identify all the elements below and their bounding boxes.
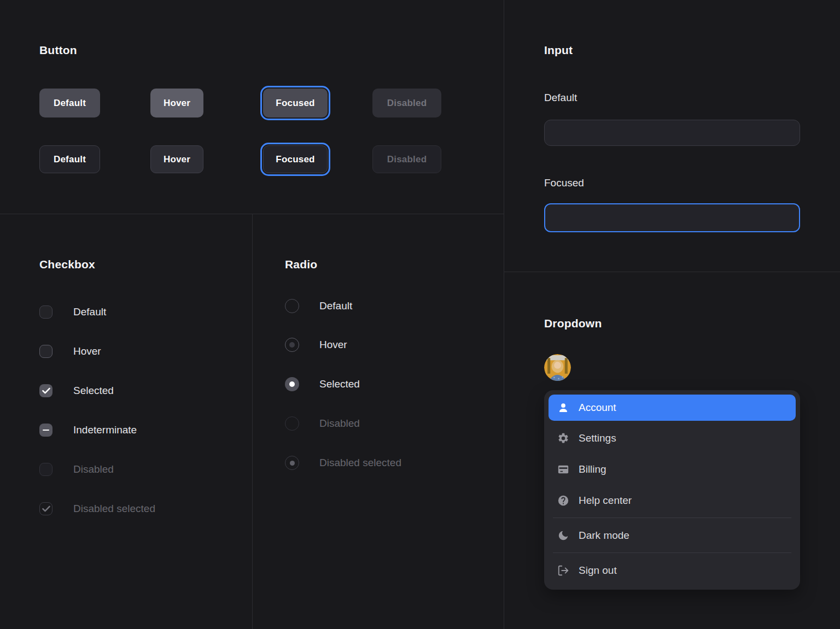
checkbox-disabled-selected (39, 502, 52, 515)
credit-card-icon (557, 463, 569, 475)
button-filled-hover[interactable]: Hover (150, 89, 203, 117)
menu-item-sign-out[interactable]: Sign out (549, 555, 796, 586)
input-section-title: Input (544, 44, 573, 57)
menu-item-help-center[interactable]: Help center (549, 485, 796, 516)
dropdown-menu: Account Settings Billing Help center (544, 390, 800, 590)
sign-out-icon (557, 565, 569, 577)
checkbox-label: Selected (73, 385, 114, 397)
button-subtle-disabled: Disabled (372, 145, 441, 173)
user-icon (557, 402, 569, 414)
menu-item-label: Settings (579, 432, 616, 444)
checkbox-label: Indeterminate (73, 424, 137, 436)
radio-disabled-selected (285, 456, 299, 470)
button-filled-disabled: Disabled (372, 89, 441, 117)
user-avatar[interactable] (544, 354, 571, 381)
checkbox-row-hover[interactable]: Hover (39, 345, 101, 358)
radio-dot (290, 461, 295, 466)
menu-item-dark-mode[interactable]: Dark mode (549, 520, 796, 551)
input-default-field[interactable] (544, 120, 800, 146)
checkbox-row-indeterminate[interactable]: Indeterminate (39, 424, 137, 437)
button-filled-focused[interactable]: Focused (263, 89, 328, 117)
checkbox-selected[interactable] (39, 384, 52, 397)
checkbox-row-default[interactable]: Default (39, 305, 106, 319)
divider-vertical-main (504, 0, 504, 629)
checkbox-label: Disabled selected (73, 503, 155, 515)
radio-selected[interactable] (285, 377, 299, 391)
component-showcase: Button Default Hover Focused Disabled De… (0, 0, 840, 629)
radio-label: Disabled selected (319, 457, 401, 469)
radio-dot (289, 381, 295, 387)
button-subtle-hover[interactable]: Hover (150, 145, 203, 173)
radio-row-disabled-selected: Disabled selected (285, 456, 401, 470)
menu-item-settings[interactable]: Settings (549, 422, 796, 454)
menu-item-label: Dark mode (579, 530, 629, 542)
radio-default[interactable] (285, 299, 299, 313)
gear-icon (557, 432, 569, 444)
input-focused-label: Focused (544, 177, 584, 189)
checkbox-hover[interactable] (39, 345, 52, 358)
divider-vertical-sub (252, 214, 253, 629)
radio-row-selected[interactable]: Selected (285, 377, 360, 391)
radio-row-default[interactable]: Default (285, 299, 352, 313)
radio-label: Hover (319, 339, 347, 351)
menu-divider (553, 552, 791, 553)
avatar-image (544, 354, 571, 381)
radio-label: Disabled (319, 418, 360, 430)
input-default-label: Default (544, 92, 577, 104)
radio-row-disabled: Disabled (285, 416, 360, 431)
menu-item-label: Billing (579, 463, 606, 475)
radio-disabled (285, 416, 299, 431)
menu-item-label: Account (579, 402, 616, 414)
menu-item-label: Help center (579, 495, 632, 507)
radio-row-hover[interactable]: Hover (285, 338, 347, 352)
button-section-title: Button (39, 44, 77, 57)
checkbox-row-disabled-selected: Disabled selected (39, 502, 155, 515)
radio-hover[interactable] (285, 338, 299, 352)
checkbox-disabled (39, 463, 52, 476)
checkbox-label: Disabled (73, 463, 114, 475)
menu-item-label: Sign out (579, 565, 617, 577)
input-focused-field[interactable] (544, 203, 800, 232)
divider-horizontal-right (504, 272, 840, 272)
check-icon (42, 387, 50, 394)
indeterminate-dash-icon (43, 430, 49, 431)
radio-dot (289, 342, 295, 348)
checkbox-row-selected[interactable]: Selected (39, 384, 114, 397)
help-circle-icon (557, 495, 569, 507)
checkbox-section-title: Checkbox (39, 258, 95, 271)
checkbox-row-disabled: Disabled (39, 463, 114, 476)
menu-divider (553, 518, 791, 518)
checkbox-indeterminate[interactable] (39, 424, 52, 437)
button-filled-default[interactable]: Default (39, 89, 100, 117)
button-subtle-default[interactable]: Default (39, 145, 100, 173)
dropdown-section-title: Dropdown (544, 317, 602, 330)
menu-item-billing[interactable]: Billing (549, 454, 796, 485)
check-icon (42, 505, 50, 512)
checkbox-label: Hover (73, 345, 101, 357)
button-subtle-focused[interactable]: Focused (263, 145, 328, 173)
radio-label: Default (319, 300, 352, 312)
radio-section-title: Radio (285, 258, 317, 271)
menu-item-account[interactable]: Account (549, 395, 796, 421)
radio-label: Selected (319, 378, 360, 390)
checkbox-label: Default (73, 306, 106, 318)
moon-icon (557, 530, 569, 542)
checkbox-default[interactable] (39, 305, 52, 319)
